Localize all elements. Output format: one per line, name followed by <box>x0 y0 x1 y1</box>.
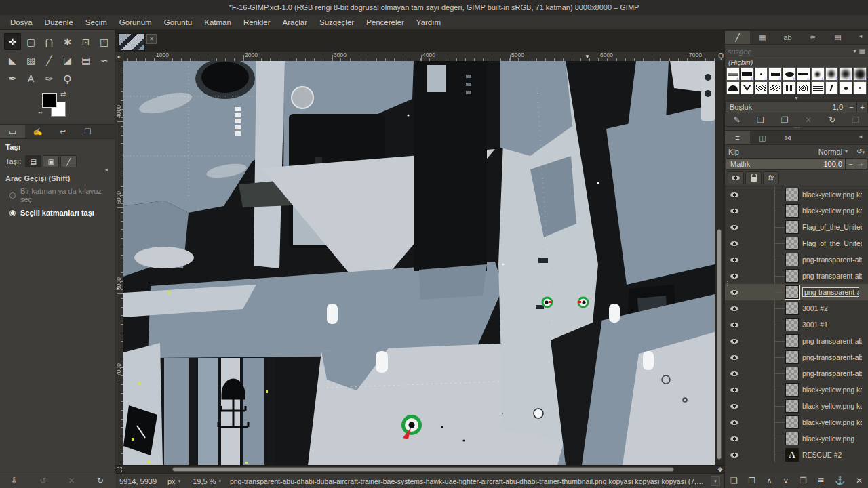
vertical-scrollbar-thumb[interactable] <box>717 229 722 460</box>
layer-visibility-icon[interactable] <box>730 290 738 295</box>
menu-yardim[interactable]: Yardım <box>410 16 447 28</box>
layer-name[interactable]: png-transparent-abu-d <box>802 353 862 361</box>
brush-cell[interactable] <box>726 81 740 94</box>
brush-cell[interactable] <box>797 67 810 81</box>
brush-action-edit-brush[interactable]: ✎ <box>733 115 740 125</box>
layer-row[interactable]: A png-transparent-abu-d <box>725 333 868 349</box>
layer-name[interactable]: black-yellow.png kopya <box>802 418 862 426</box>
layer-thumbnail[interactable]: A <box>785 237 799 250</box>
layer-thumbnail[interactable]: A <box>785 383 799 396</box>
layer-row[interactable]: A 3001 #1 <box>725 317 868 333</box>
menu-dosya[interactable]: Dosya <box>4 16 39 28</box>
layer-thumbnail[interactable]: A <box>785 285 799 299</box>
brush-filter-input[interactable] <box>728 47 851 56</box>
layer-thumbnail[interactable]: A <box>785 367 799 380</box>
layer-row[interactable]: A png-transparent-abu-d <box>725 284 868 300</box>
opacity-increase-button[interactable]: + <box>856 159 867 169</box>
brush-cell[interactable] <box>726 67 740 81</box>
view-grid-icon[interactable]: ▦ <box>859 47 865 55</box>
dock-tab-channels[interactable]: ◫ <box>750 131 775 144</box>
menu-gorunum[interactable]: Görünüm <box>113 16 158 28</box>
brush-action-delete-brush[interactable]: ✕ <box>805 115 812 125</box>
horizontal-scrollbar-thumb[interactable] <box>172 467 674 472</box>
tool-rectangle-select[interactable]: ▢ <box>22 33 39 50</box>
dock-tab-paths[interactable]: ⋈ <box>775 131 800 144</box>
layers-menu-button[interactable]: ◂ <box>854 133 867 140</box>
brush-action-open-brush[interactable]: ❒ <box>852 115 860 125</box>
dock-menu-button[interactable]: ◂ <box>100 166 113 173</box>
brush-cell[interactable] <box>783 67 796 81</box>
canvas-viewport[interactable] <box>123 61 715 465</box>
layer-row[interactable]: A png-transparent-abu-d <box>725 349 868 365</box>
layer-visibility-icon[interactable] <box>730 420 738 425</box>
layer-action-new-group[interactable]: ❒ <box>748 476 755 485</box>
dock-tab-images[interactable]: ❐ <box>75 125 100 138</box>
tool-paths[interactable]: ✒ <box>4 70 21 87</box>
layer-name[interactable]: black-yellow.png <box>802 434 854 443</box>
chevron-down-icon[interactable]: ▾ <box>854 48 856 54</box>
layer-thumbnail[interactable]: A <box>785 204 799 218</box>
layer-row[interactable]: A 3001 #2 <box>725 300 868 317</box>
brush-cell[interactable] <box>741 81 754 94</box>
layer-visibility-icon[interactable] <box>730 274 738 279</box>
layer-row[interactable]: A black-yellow.png kopya <box>725 203 868 219</box>
layer-row[interactable]: A black-yellow.png kopya <box>725 382 868 398</box>
layer-row[interactable]: A black-yellow.png kopya <box>725 398 868 414</box>
brush-cell[interactable] <box>825 67 839 81</box>
dock-tab-brushes[interactable]: ╱ <box>725 30 750 44</box>
brush-cell[interactable] <box>755 67 768 81</box>
layer-thumbnail[interactable]: A <box>785 432 799 445</box>
move-mode-layer[interactable]: ▤ <box>25 155 41 167</box>
layer-row[interactable]: A black-yellow.png kopya <box>725 186 868 203</box>
radio-option[interactable]: Bir katman ya da kılavuz seç <box>9 187 109 203</box>
dock-tab-layers[interactable]: ≡ <box>725 131 750 144</box>
layer-name[interactable]: png-transparent-abu-d <box>802 337 862 345</box>
layer-name[interactable]: png-transparent-abu-d <box>802 287 859 297</box>
layer-thumbnail[interactable]: A <box>785 188 799 201</box>
vertical-ruler[interactable]: ▸ 4000500060007000 <box>115 61 123 465</box>
menu-pencereler[interactable]: Pencereler <box>360 16 410 28</box>
dock-tab-gradients[interactable]: ≋ <box>800 30 825 44</box>
brush-cell[interactable] <box>797 81 810 94</box>
menu-secim[interactable]: Seçim <box>79 16 113 28</box>
move-mode-path[interactable]: ╱ <box>60 155 77 167</box>
radio-option[interactable]: Seçili katmanları taşı <box>9 209 109 217</box>
layer-row[interactable]: A black-yellow.png kopya <box>725 414 868 430</box>
layer-name[interactable]: 3001 #1 <box>802 321 828 329</box>
layer-visibility-icon[interactable] <box>730 323 738 327</box>
brush-spacing-slider[interactable]: Boşluk 1,0 − + <box>725 101 868 113</box>
layer-row[interactable]: A png-transparent-abu-d <box>725 268 868 284</box>
vertical-scrollbar[interactable] <box>715 61 723 465</box>
layer-name[interactable]: png-transparent-abu-d <box>802 272 862 280</box>
brush-grid-expander[interactable]: ▾ <box>725 94 868 101</box>
brushes-menu-button[interactable]: ◂ <box>854 33 867 39</box>
dock-tab-undo-history[interactable]: ↩ <box>50 125 75 138</box>
layer-name[interactable]: black-yellow.png kopya <box>802 207 862 215</box>
layer-action-duplicate-layer[interactable]: ❐ <box>800 476 807 485</box>
layer-thumbnail[interactable]: A <box>785 399 799 413</box>
tool-paintbrush[interactable]: ╱ <box>41 52 58 68</box>
brush-cell[interactable] <box>741 67 754 81</box>
swap-colors-icon[interactable]: ⇄ <box>60 90 66 98</box>
layer-thumbnail[interactable]: A <box>785 220 799 234</box>
layer-visibility-icon[interactable] <box>730 306 738 311</box>
close-image-icon[interactable]: ✕ <box>146 34 157 44</box>
layer-name[interactable]: black-yellow.png kopya <box>802 386 862 394</box>
status-menu-button[interactable]: ▾ <box>711 476 720 486</box>
lock-button[interactable] <box>745 171 762 184</box>
foreground-color-swatch[interactable] <box>42 93 57 108</box>
menu-araclar[interactable]: Araçlar <box>277 16 313 28</box>
layer-thumbnail[interactable]: A <box>785 334 799 348</box>
brush-cell[interactable] <box>839 67 852 81</box>
footer-button-reset[interactable]: ↻ <box>97 476 104 485</box>
navigation-button[interactable]: ✥ <box>716 466 724 473</box>
tool-crop[interactable]: ⊡ <box>77 33 94 50</box>
layer-name[interactable]: RESCUE #2 <box>802 451 842 459</box>
layer-name[interactable]: Flag_of_the_United_A <box>802 223 862 231</box>
layer-effects-button[interactable]: fx <box>763 171 779 184</box>
tool-bucket-fill[interactable]: ◣ <box>4 52 21 68</box>
menu-katman[interactable]: Katman <box>198 16 237 28</box>
tool-smudge[interactable]: ∽ <box>96 52 113 68</box>
layer-thumbnail[interactable]: A <box>785 350 799 364</box>
tool-text[interactable]: A <box>22 70 39 87</box>
